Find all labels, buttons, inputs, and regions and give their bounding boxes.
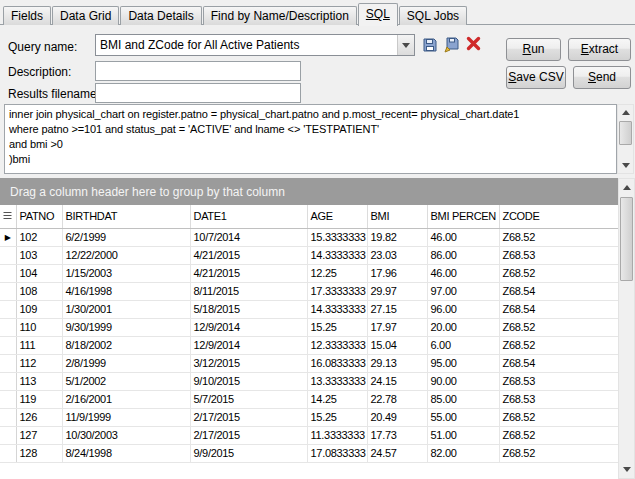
sql-line[interactable]: and bmi >0 <box>9 137 612 152</box>
grid-cell[interactable]: 14.3333333 <box>307 246 367 264</box>
grid-cell[interactable]: 20.49 <box>367 408 427 426</box>
grid-cell[interactable]: 20.00 <box>427 318 499 336</box>
grid-cell[interactable]: 102 <box>16 228 62 246</box>
grid-cell[interactable]: 6/2/1999 <box>62 228 190 246</box>
send-button[interactable]: Send <box>573 66 631 89</box>
grid-cell[interactable]: 11.3333333 <box>307 426 367 444</box>
group-by-panel[interactable]: Drag a column header here to group by th… <box>0 178 618 205</box>
grid-cell[interactable]: 19.82 <box>367 228 427 246</box>
grid-cell[interactable]: 12.25 <box>307 264 367 282</box>
grid-cell[interactable]: 2/16/2001 <box>62 390 190 408</box>
sql-line[interactable]: inner join physical_chart on register.pa… <box>9 107 612 122</box>
grid-cell[interactable]: 17.3333333 <box>307 282 367 300</box>
grid-cell[interactable]: 46.00 <box>427 264 499 282</box>
grid-cell[interactable]: 85.00 <box>427 390 499 408</box>
scroll-up-icon[interactable] <box>618 105 633 120</box>
grid-cell[interactable]: Z68.52 <box>499 228 618 246</box>
grid-cell[interactable]: 126 <box>16 408 62 426</box>
delete-query-button[interactable] <box>463 35 483 55</box>
grid-cell[interactable]: 12.3333333 <box>307 336 367 354</box>
save-as-query-button[interactable] <box>442 36 462 56</box>
tab-fields[interactable]: Fields <box>3 6 51 25</box>
grid-cell[interactable]: 8/18/2002 <box>62 336 190 354</box>
table-row[interactable]: 1041/15/20034/21/201512.2517.9646.00Z68.… <box>0 264 618 282</box>
grid-cell[interactable]: 127 <box>16 426 62 444</box>
column-header[interactable]: BIRTHDAT <box>62 205 190 228</box>
tab-data-details[interactable]: Data Details <box>120 6 201 25</box>
grid-cell[interactable]: 2/8/1999 <box>62 354 190 372</box>
grid-cell[interactable]: 95.00 <box>427 354 499 372</box>
grid-cell[interactable]: 15.3333333 <box>307 228 367 246</box>
scroll-down-icon[interactable] <box>618 158 633 173</box>
grid-cell[interactable]: 82.00 <box>427 444 499 462</box>
grid-cell[interactable]: 1/15/2003 <box>62 264 190 282</box>
table-row[interactable]: 12611/9/19992/17/201515.2520.4955.00Z68.… <box>0 408 618 426</box>
grid-cell[interactable]: 119 <box>16 390 62 408</box>
grid-cell[interactable]: 12/9/2014 <box>190 318 307 336</box>
table-row[interactable]: 1135/1/20029/10/201513.333333324.1590.00… <box>0 372 618 390</box>
grid-cell[interactable]: 29.97 <box>367 282 427 300</box>
table-row[interactable]: 1109/30/199912/9/201415.2517.9720.00Z68.… <box>0 318 618 336</box>
grid-cell[interactable]: 110 <box>16 318 62 336</box>
grid-cell[interactable]: Z68.53 <box>499 246 618 264</box>
table-row[interactable]: 1122/8/19993/12/201516.083333329.1395.00… <box>0 354 618 372</box>
grid-cell[interactable]: 15.04 <box>367 336 427 354</box>
grid-cell[interactable]: 90.00 <box>427 372 499 390</box>
grid-cell[interactable]: 4/21/2015 <box>190 246 307 264</box>
grid-cell[interactable]: 112 <box>16 354 62 372</box>
scrollbar-thumb[interactable] <box>620 197 633 281</box>
grid-cell[interactable]: 9/30/1999 <box>62 318 190 336</box>
grid-cell[interactable]: 22.78 <box>367 390 427 408</box>
grid-cell[interactable]: 16.0833333 <box>307 354 367 372</box>
grid-cell[interactable]: 8/24/1998 <box>62 444 190 462</box>
grid-cell[interactable]: 9/9/2015 <box>190 444 307 462</box>
grid-cell[interactable]: 10/30/2003 <box>62 426 190 444</box>
grid-cell[interactable]: 17.96 <box>367 264 427 282</box>
column-header[interactable]: BMI <box>367 205 427 228</box>
grid-cell[interactable]: 29.13 <box>367 354 427 372</box>
grid-cell[interactable]: 10/7/2014 <box>190 228 307 246</box>
grid-cell[interactable]: 5/18/2015 <box>190 300 307 318</box>
table-row[interactable]: 10312/22/20004/21/201514.333333323.0386.… <box>0 246 618 264</box>
grid-cell[interactable]: 4/16/1998 <box>62 282 190 300</box>
grid-cell[interactable]: 17.97 <box>367 318 427 336</box>
tab-data-grid[interactable]: Data Grid <box>52 6 119 25</box>
grid-cell[interactable]: 128 <box>16 444 62 462</box>
save-query-button[interactable] <box>420 36 440 56</box>
grid-cell[interactable]: Z68.54 <box>499 354 618 372</box>
grid-cell[interactable]: 4/21/2015 <box>190 264 307 282</box>
grid-cell[interactable]: 46.00 <box>427 228 499 246</box>
grid-cell[interactable]: 14.3333333 <box>307 300 367 318</box>
column-header[interactable]: ZCODE <box>499 205 618 228</box>
grid-cell[interactable]: 14.25 <box>307 390 367 408</box>
save-csv-button[interactable]: Save CSV <box>506 66 566 89</box>
grid-cell[interactable]: 8/11/2015 <box>190 282 307 300</box>
grid-cell[interactable]: 109 <box>16 300 62 318</box>
grid-cell[interactable]: Z68.53 <box>499 390 618 408</box>
grid-cell[interactable]: 5/7/2015 <box>190 390 307 408</box>
tab-find-by-name-description[interactable]: Find by Name/Description <box>203 6 357 25</box>
grid-scrollbar[interactable] <box>618 178 635 479</box>
tab-sql[interactable]: SQL <box>358 3 398 26</box>
sql-query-memo[interactable]: inner join physical_chart on register.pa… <box>4 104 617 174</box>
grid-cell[interactable]: 6.00 <box>427 336 499 354</box>
table-row[interactable]: 1118/18/200212/9/201412.333333315.046.00… <box>0 336 618 354</box>
grid-cell[interactable]: Z68.54 <box>499 282 618 300</box>
grid-cell[interactable]: 17.0833333 <box>307 444 367 462</box>
grid-cell[interactable]: 9/10/2015 <box>190 372 307 390</box>
grid-cell[interactable]: 15.25 <box>307 408 367 426</box>
grid-cell[interactable]: 51.00 <box>427 426 499 444</box>
grid-cell[interactable]: Z68.52 <box>499 336 618 354</box>
grid-cell[interactable]: 96.00 <box>427 300 499 318</box>
column-header[interactable]: DATE1 <box>190 205 307 228</box>
grid-cell[interactable]: 97.00 <box>427 282 499 300</box>
grid-cell[interactable]: 24.15 <box>367 372 427 390</box>
scroll-down-icon[interactable] <box>619 462 634 477</box>
chevron-down-icon[interactable] <box>397 35 414 55</box>
table-row[interactable]: ▶1026/2/199910/7/201415.333333319.8246.0… <box>0 228 618 246</box>
run-button[interactable]: Run <box>506 38 561 61</box>
table-row[interactable]: 1084/16/19988/11/201517.333333329.9797.0… <box>0 282 618 300</box>
grid-cell[interactable]: 23.03 <box>367 246 427 264</box>
grid-cell[interactable]: 55.00 <box>427 408 499 426</box>
grid-cell[interactable]: 2/17/2015 <box>190 426 307 444</box>
